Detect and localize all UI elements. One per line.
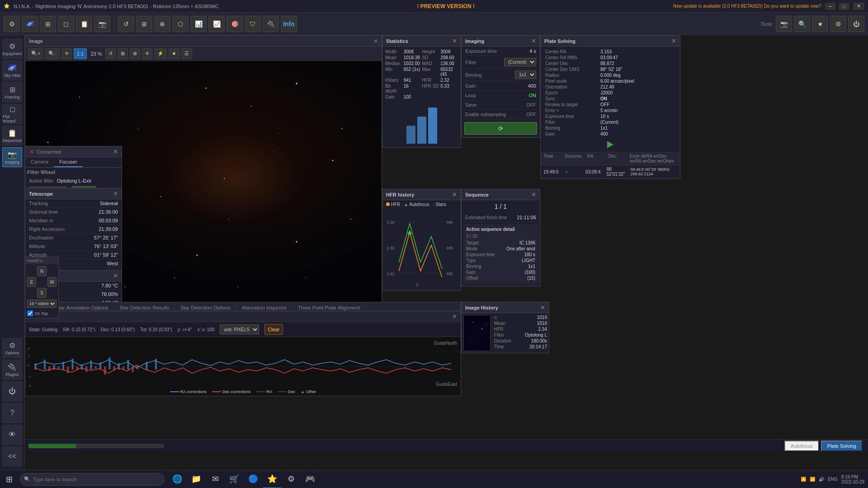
histogram-toolbar-btn[interactable]: 📊 (190, 16, 207, 32)
sidebar-item-skyatlas[interactable]: 🌌 Sky Atlas (2, 61, 22, 80)
guider-legend: RA corrections Dec corrections RA Dec (170, 389, 316, 394)
star-btn2[interactable]: ★ (169, 48, 179, 59)
chart-toolbar-btn[interactable]: 📈 (208, 16, 225, 32)
plate-close[interactable]: ✕ (671, 38, 676, 44)
grid-btn2[interactable]: ⊞ (118, 48, 128, 59)
seq-gain-label: Gain (466, 270, 476, 275)
plate-solving-tab[interactable]: Plate Solving (821, 441, 863, 451)
minimize-button[interactable]: ─ (825, 3, 836, 10)
img-hist-close[interactable]: ✕ (540, 304, 545, 311)
close-button[interactable]: ✕ (853, 2, 864, 10)
taskbar-settings-btn[interactable]: ⚙ (282, 470, 300, 488)
taskbar-store-btn[interactable]: 🛒 (225, 470, 243, 488)
crosshair-btn[interactable]: ✛ (61, 48, 72, 59)
start-button[interactable]: ⊞ (0, 470, 18, 488)
sequencer-toolbar-btn[interactable]: 📋 (76, 16, 92, 32)
capture-btn[interactable]: ⟳ (464, 122, 537, 135)
tab-camera[interactable]: Camera (25, 157, 54, 167)
zoom-in-btn[interactable]: 🔍+ (28, 48, 43, 59)
maximize-button[interactable]: □ (839, 3, 849, 10)
sidebar-item-framing[interactable]: ⊞ Framing (2, 82, 22, 102)
search-btn[interactable]: 🔍 (794, 16, 810, 32)
imaging-filter-select[interactable]: (Current) (504, 58, 536, 66)
fit-btn[interactable]: 1:1 (74, 48, 87, 59)
taskbar-steam-btn[interactable]: 🎮 (301, 470, 319, 488)
svg-point-38 (481, 328, 482, 329)
sidebar-item-options[interactable]: ⚙ Options (2, 338, 22, 358)
plugin-toolbar-btn[interactable]: 🔌 (263, 16, 279, 32)
search-input[interactable] (33, 477, 160, 482)
hc-ontop-checkbox[interactable] (27, 310, 33, 316)
info-toolbar-btn[interactable]: Info (281, 16, 297, 32)
imaging-binning-select[interactable]: 1x1 (515, 70, 536, 79)
sidebar-item-equipment[interactable]: ⚙ Equipment (2, 39, 22, 59)
statistics-close[interactable]: ✕ (452, 38, 457, 44)
guider-chart-svg: 4 2 0 -2 -4 (25, 337, 461, 396)
plate-exptime-val: 10 s (600, 114, 675, 119)
sidebar-item-info2[interactable]: 👁 (2, 425, 22, 445)
hc-south-btn[interactable]: S (37, 288, 46, 298)
guider-unit-select[interactable]: unit: PIXELS (220, 324, 259, 334)
plate-play-btn[interactable] (607, 141, 613, 148)
equipment-toolbar-btn[interactable]: ⚙ (4, 16, 20, 32)
sidebar-item-help[interactable]: ? (2, 403, 22, 423)
sidebar-item-plugins[interactable]: 🔌 Plugins (2, 360, 22, 380)
guider-clear-btn[interactable]: Clear (264, 324, 283, 335)
skyatlas-toolbar-btn[interactable]: 🌌 (22, 16, 38, 32)
taskbar-search-box[interactable]: 🔍 (20, 473, 165, 486)
sidebar-item-flatwizard[interactable]: ◻ Flat Wizard (2, 104, 22, 124)
imaging-close[interactable]: ✕ (531, 38, 536, 44)
hc-west-btn[interactable]: W (47, 277, 57, 287)
grid-toolbar-btn[interactable]: ⊞ (136, 16, 152, 32)
rotate-btn[interactable]: ↺ (105, 48, 116, 59)
hc-east-btn[interactable]: E (27, 277, 36, 287)
hc-speed-select[interactable]: 16 * sideree (27, 300, 57, 308)
guider-dec-info: Dec: 0.13 (0.60") (101, 327, 135, 332)
stretch-btn2[interactable]: ⚡ (154, 48, 167, 59)
flatwizard-toolbar-btn[interactable]: ◻ (58, 16, 74, 32)
framing-toolbar-btn[interactable]: ⊞ (40, 16, 56, 32)
tab-focuser[interactable]: Focuser (54, 157, 83, 167)
tel-sidereal-label: Sidereal time (29, 209, 58, 215)
crosshair-toolbar-btn[interactable]: ⊕ (154, 16, 170, 32)
hc-north-btn[interactable]: N (37, 266, 46, 276)
skyatlas-icon: 🌌 (8, 64, 17, 72)
shield-toolbar-btn[interactable]: 🛡 (245, 16, 261, 32)
taskbar-explorer-btn[interactable]: 📁 (187, 470, 205, 488)
target-btn2[interactable]: ⊕ (130, 48, 140, 59)
camera-ctrl-btn[interactable]: 📷 (776, 16, 792, 32)
settings-btn[interactable]: ⚙ (830, 16, 846, 32)
weather-panel-close[interactable]: ✕ (113, 272, 118, 279)
sidebar-item-imaging[interactable]: 📷 Imaging (2, 147, 22, 167)
power-btn[interactable]: ⏻ (848, 16, 864, 32)
taskbar-edge-btn[interactable]: 🌐 (168, 470, 186, 488)
crosshair-btn2[interactable]: ✛ (142, 48, 152, 59)
refresh-toolbar-btn[interactable]: ↺ (118, 16, 134, 32)
sequence-close[interactable]: ✕ (531, 191, 536, 198)
svg-point-3 (274, 151, 274, 151)
taskbar-mail-btn[interactable]: ✉ (206, 470, 224, 488)
guider-close[interactable]: ✕ (452, 313, 457, 320)
image-panel-close[interactable]: ✕ (373, 38, 378, 44)
telescope-panel-close[interactable]: ✕ (113, 190, 118, 197)
plate-orientation-label: Orientation (545, 84, 599, 89)
seq-offset-val: (15) (527, 276, 535, 281)
sidebar-item-power[interactable]: ⏻ (2, 381, 22, 401)
stretch-toolbar-btn[interactable]: ⬠ (172, 16, 189, 32)
weather-humidity-val: 78.00% (101, 291, 118, 297)
menu-btn[interactable]: ☰ (181, 48, 192, 59)
sidebar-item-collapse[interactable]: << (2, 446, 22, 466)
imaging-toolbar-btn[interactable]: 📷 (94, 16, 110, 32)
results-col-success: Success (562, 152, 585, 165)
autofocus-tab[interactable]: Autofocus (784, 441, 819, 451)
taskbar-chrome-btn[interactable]: 🔵 (244, 470, 262, 488)
zoom-out-btn[interactable]: 🔍- (45, 48, 60, 59)
active-filter-val: Optolong L-Extr (57, 178, 92, 183)
taskbar-nina-btn[interactable]: ⭐ (263, 470, 281, 488)
target-toolbar-btn[interactable]: 🎯 (226, 16, 243, 32)
camera-panel-close[interactable]: ✕ (113, 148, 118, 155)
hfr-header: HFR history ✕ (382, 189, 461, 200)
hfr-close[interactable]: ✕ (452, 191, 457, 198)
star-btn[interactable]: ★ (812, 16, 828, 32)
sidebar-item-sequencer[interactable]: 📋 Sequencer (2, 126, 22, 145)
